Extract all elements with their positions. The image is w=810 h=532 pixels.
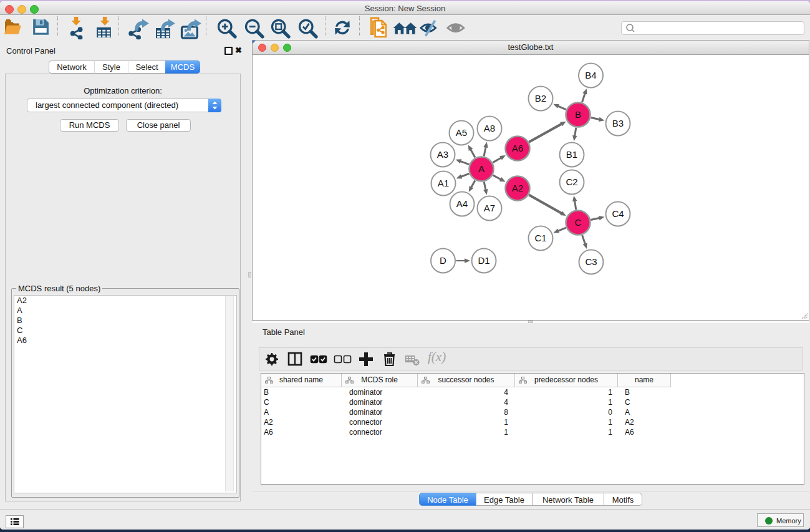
svg-text:A4: A4 [456, 198, 468, 209]
svg-text:B: B [575, 109, 581, 120]
svg-text:C1: C1 [534, 233, 546, 243]
svg-text:A2: A2 [512, 183, 523, 193]
svg-text:A6: A6 [512, 143, 523, 153]
svg-text:A: A [478, 163, 485, 174]
svg-text:A3: A3 [437, 149, 448, 160]
svg-text:D1: D1 [478, 255, 489, 266]
svg-text:A5: A5 [456, 127, 467, 138]
svg-text:A8: A8 [484, 123, 495, 133]
svg-text:B3: B3 [612, 118, 624, 128]
svg-text:C4: C4 [612, 208, 624, 219]
svg-text:B1: B1 [566, 149, 577, 160]
svg-text:A1: A1 [438, 178, 449, 188]
svg-text:C2: C2 [566, 177, 577, 187]
svg-text:B4: B4 [585, 70, 596, 80]
svg-text:D: D [440, 255, 446, 266]
svg-text:A7: A7 [484, 203, 495, 213]
svg-text:B2: B2 [535, 93, 546, 104]
svg-text:C3: C3 [585, 256, 597, 267]
svg-text:C: C [575, 217, 582, 228]
